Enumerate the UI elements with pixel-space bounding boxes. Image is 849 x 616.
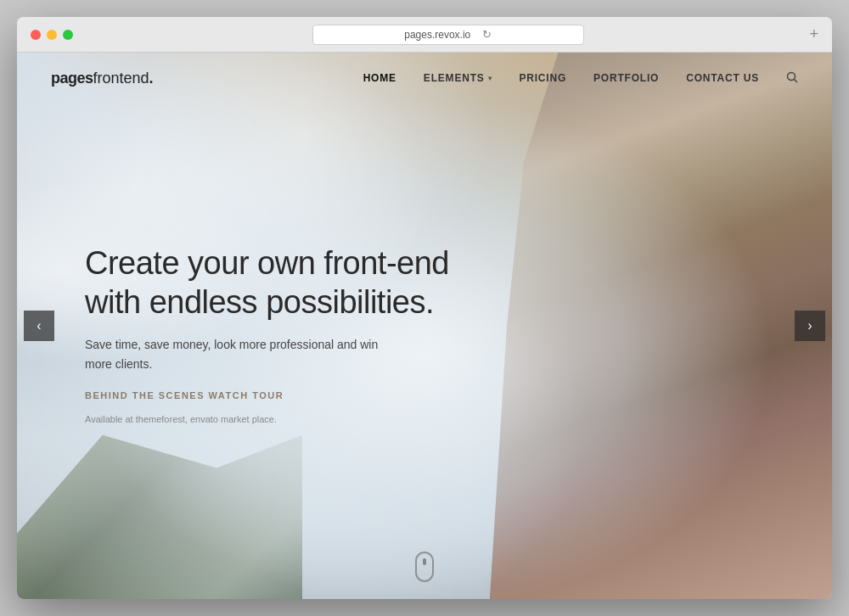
nav-links: HOME ELEMENTS ▾ PRICING PORTFOLIO CONTAC… bbox=[363, 71, 798, 86]
fullscreen-button[interactable] bbox=[63, 30, 73, 40]
slider-next-button[interactable]: › bbox=[795, 311, 825, 341]
chevron-left-icon: ‹ bbox=[37, 318, 41, 333]
hero-content: Create your own front-endwith endless po… bbox=[85, 244, 449, 426]
url-text: pages.revox.io bbox=[404, 29, 470, 41]
search-icon[interactable] bbox=[786, 71, 798, 86]
nav-pricing[interactable]: PRICING bbox=[519, 72, 566, 84]
nav-contact[interactable]: CONTACT US bbox=[686, 72, 759, 84]
svg-point-0 bbox=[788, 72, 796, 80]
navbar: pages frontend . HOME ELEMENTS ▾ PRICING… bbox=[17, 53, 832, 104]
address-bar: pages.revox.io ↻ bbox=[87, 25, 809, 45]
nav-portfolio[interactable]: PORTFOLIO bbox=[593, 72, 659, 84]
browser-window: pages.revox.io ↻ + pages frontend . HOME… bbox=[17, 17, 832, 599]
slider-prev-button[interactable]: ‹ bbox=[24, 311, 54, 341]
reload-icon[interactable]: ↻ bbox=[482, 28, 492, 41]
hero-available-text: Available at themeforest, envato market … bbox=[85, 414, 277, 424]
url-input[interactable]: pages.revox.io ↻ bbox=[312, 25, 584, 45]
close-button[interactable] bbox=[31, 30, 41, 40]
logo-pages: pages bbox=[51, 70, 93, 87]
logo[interactable]: pages frontend . bbox=[51, 70, 154, 87]
minimize-button[interactable] bbox=[47, 30, 57, 40]
logo-dot: . bbox=[149, 70, 154, 87]
chevron-right-icon: › bbox=[807, 318, 812, 333]
nav-home[interactable]: HOME bbox=[363, 72, 396, 84]
browser-chrome: pages.revox.io ↻ + bbox=[17, 17, 832, 53]
hero-headline: Create your own front-endwith endless po… bbox=[85, 244, 449, 322]
nav-elements[interactable]: ELEMENTS ▾ bbox=[424, 72, 492, 84]
hero-subtext: Save time, save money, look more profess… bbox=[85, 335, 449, 373]
hero-cta-link[interactable]: BEHIND THE SCENES WATCH TOUR bbox=[85, 390, 449, 400]
chevron-down-icon: ▾ bbox=[488, 75, 492, 82]
logo-frontend: frontend bbox=[93, 70, 149, 87]
scroll-dot bbox=[423, 558, 426, 565]
browser-content: pages frontend . HOME ELEMENTS ▾ PRICING… bbox=[17, 53, 832, 599]
scroll-indicator bbox=[415, 552, 434, 582]
new-tab-button[interactable]: + bbox=[809, 25, 818, 43]
traffic-lights bbox=[31, 30, 73, 40]
svg-line-1 bbox=[795, 79, 798, 82]
